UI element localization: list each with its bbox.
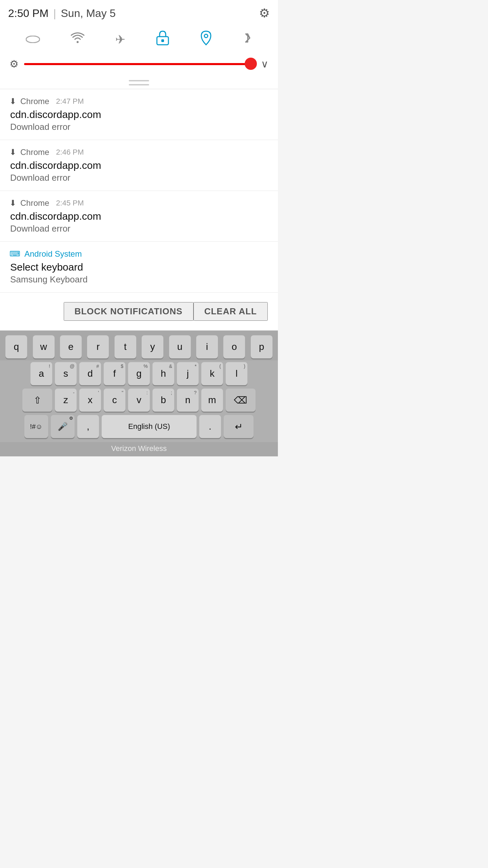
- svg-point-1: [77, 41, 79, 43]
- key-j[interactable]: j*: [177, 362, 199, 385]
- period-key[interactable]: .: [199, 415, 221, 438]
- key-h[interactable]: h&: [152, 362, 174, 385]
- notif-title: cdn.discordapp.com: [9, 160, 268, 171]
- key-w[interactable]: w: [33, 335, 55, 358]
- airplane-icon[interactable]: ✈: [115, 33, 125, 47]
- enter-key[interactable]: ↵: [224, 415, 253, 438]
- settings-icon[interactable]: ⚙: [259, 6, 270, 20]
- key-s[interactable]: s@: [55, 362, 77, 385]
- notif-app-name: Chrome: [20, 198, 49, 208]
- notif-time: 2:45 PM: [56, 199, 84, 208]
- time-display: 2:50 PM: [8, 7, 48, 20]
- notif-app-name: Android System: [24, 249, 82, 259]
- expand-icon[interactable]: ∨: [261, 58, 268, 70]
- handle-line-2: [129, 84, 149, 85]
- notif-title: cdn.discordapp.com: [9, 109, 268, 120]
- download-icon: ⬇: [9, 97, 16, 106]
- keyboard-top-partial: q w e r t y u i o p: [0, 331, 278, 360]
- key-m[interactable]: m: [201, 389, 223, 412]
- notif-body: Samsung Keyboard: [9, 274, 268, 285]
- key-c[interactable]: c": [104, 389, 125, 412]
- date-display: Sun, May 5: [61, 7, 116, 20]
- action-bar: BLOCK NOTIFICATIONS CLEAR ALL: [0, 293, 278, 331]
- keyboard-area: q w e r t y u i o p a! s@ d# f$ g% h& j*…: [0, 331, 278, 456]
- brightness-track: [24, 63, 256, 65]
- notification-item[interactable]: ⬇ Chrome 2:47 PM cdn.discordapp.com Down…: [0, 89, 278, 140]
- key-r[interactable]: r: [87, 335, 109, 358]
- comma-key[interactable]: ,: [77, 415, 99, 438]
- keyboard-icon: ⌨: [9, 250, 20, 258]
- status-bar: 2:50 PM | Sun, May 5 ⚙: [0, 0, 278, 24]
- space-key[interactable]: English (US): [102, 415, 197, 438]
- key-f[interactable]: f$: [104, 362, 125, 385]
- key-p[interactable]: p: [251, 335, 272, 358]
- shift-key[interactable]: ⇧: [22, 389, 52, 412]
- notif-app-name: Chrome: [20, 97, 49, 106]
- notif-header: ⬇ Chrome 2:45 PM: [9, 198, 268, 208]
- location-icon[interactable]: [200, 31, 212, 48]
- notif-body: Download error: [9, 122, 268, 132]
- quick-settings-row: ✈: [0, 24, 278, 55]
- time-date-divider: |: [53, 7, 56, 20]
- key-n[interactable]: n?: [177, 389, 199, 412]
- key-u[interactable]: u: [169, 335, 191, 358]
- notification-item[interactable]: ⬇ Chrome 2:45 PM cdn.discordapp.com Down…: [0, 191, 278, 242]
- backspace-key[interactable]: ⌫: [226, 389, 256, 412]
- key-v[interactable]: v:: [128, 389, 150, 412]
- svg-rect-3: [161, 39, 164, 42]
- key-q[interactable]: q: [5, 335, 27, 358]
- silent-icon[interactable]: [26, 34, 40, 45]
- key-b[interactable]: b;: [152, 389, 174, 412]
- notifications-panel: ⬇ Chrome 2:47 PM cdn.discordapp.com Down…: [0, 89, 278, 293]
- key-z[interactable]: z-: [55, 389, 77, 412]
- keyboard-row-3: ⇧ z- x' c" v: b; n? m ⌫: [0, 387, 278, 413]
- keyboard-row-2: a! s@ d# f$ g% h& j* k( l): [0, 360, 278, 387]
- notif-body: Download error: [9, 173, 268, 183]
- notif-time: 2:46 PM: [56, 148, 84, 157]
- handle-line-1: [129, 80, 149, 81]
- wifi-icon[interactable]: [71, 32, 84, 47]
- key-i[interactable]: i: [196, 335, 218, 358]
- clear-all-button[interactable]: CLEAR ALL: [194, 302, 268, 321]
- key-t[interactable]: t: [115, 335, 136, 358]
- notif-app-name: Chrome: [20, 147, 49, 157]
- notif-title: cdn.discordapp.com: [9, 211, 268, 222]
- notif-header: ⬇ Chrome 2:46 PM: [9, 147, 268, 157]
- carrier-name: Verizon Wireless: [111, 444, 167, 453]
- notification-item[interactable]: ⬇ Chrome 2:46 PM cdn.discordapp.com Down…: [0, 140, 278, 191]
- key-a[interactable]: a!: [30, 362, 52, 385]
- brightness-icon: ⚙: [9, 58, 19, 70]
- download-icon: ⬇: [9, 147, 16, 157]
- key-o[interactable]: o: [223, 335, 245, 358]
- notif-body: Download error: [9, 223, 268, 234]
- key-l[interactable]: l): [226, 362, 247, 385]
- key-g[interactable]: g%: [128, 362, 150, 385]
- key-y[interactable]: y: [142, 335, 163, 358]
- key-k[interactable]: k(: [201, 362, 223, 385]
- drag-handle: [0, 76, 278, 89]
- svg-point-4: [204, 34, 208, 38]
- svg-point-0: [26, 36, 40, 43]
- notif-header: ⬇ Chrome 2:47 PM: [9, 97, 268, 106]
- keyboard-row-4: !#☺ 🎤⚙ , English (US) . ↵: [0, 413, 278, 442]
- brightness-row[interactable]: ⚙ ∨: [0, 55, 278, 76]
- lock-screen-icon[interactable]: [156, 31, 169, 48]
- notif-header: ⌨ Android System: [9, 249, 268, 259]
- notification-item-keyboard[interactable]: ⌨ Android System Select keyboard Samsung…: [0, 242, 278, 293]
- key-e[interactable]: e: [60, 335, 82, 358]
- brightness-slider[interactable]: [24, 63, 256, 65]
- block-notifications-button[interactable]: BLOCK NOTIFICATIONS: [64, 302, 194, 321]
- key-d[interactable]: d#: [79, 362, 101, 385]
- notif-time: 2:47 PM: [56, 97, 84, 106]
- symbols-key[interactable]: !#☺: [24, 415, 48, 438]
- status-time-date: 2:50 PM | Sun, May 5: [8, 7, 116, 20]
- mic-key[interactable]: 🎤⚙: [51, 415, 75, 438]
- bluetooth-icon[interactable]: [243, 31, 252, 48]
- brightness-thumb[interactable]: [245, 58, 257, 70]
- key-x[interactable]: x': [79, 389, 101, 412]
- download-icon: ⬇: [9, 198, 16, 208]
- carrier-bar: Verizon Wireless: [0, 442, 278, 456]
- notif-title: Select keyboard: [9, 261, 268, 273]
